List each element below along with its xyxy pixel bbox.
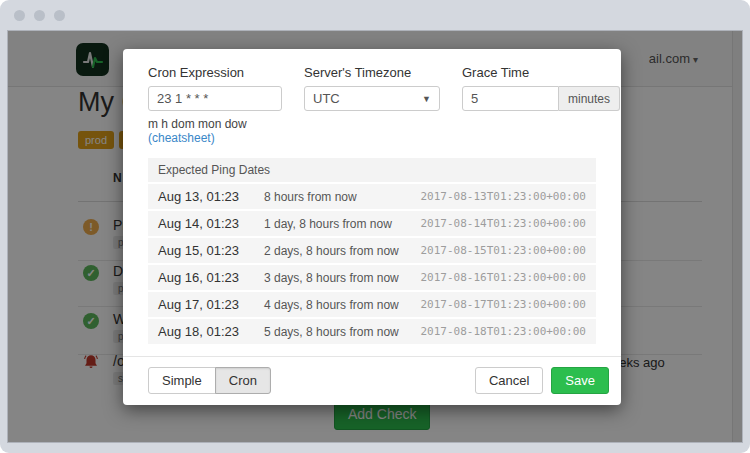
schedule-mode-toggle: Simple Cron	[148, 367, 271, 394]
cron-expression-label: Cron Expression	[148, 65, 282, 80]
cron-help-fields: m h dom mon dow	[148, 117, 247, 131]
ping-row: Aug 17, 01:23 4 days, 8 hours from now 2…	[148, 292, 596, 317]
ping-iso-timestamp: 2017-08-14T01:23:00+00:00	[420, 217, 586, 230]
cheatsheet-link[interactable]: (cheatsheet)	[148, 131, 215, 145]
timezone-label: Server's Timezone	[304, 65, 440, 80]
ping-date: Aug 13, 01:23	[158, 189, 264, 204]
ping-iso-timestamp: 2017-08-15T01:23:00+00:00	[420, 244, 586, 257]
browser-frame: ail.com▾ My Checks prod work N ! Pr pr ✓…	[0, 0, 750, 453]
ping-row: Aug 18, 01:23 5 days, 8 hours from now 2…	[148, 319, 596, 344]
ping-iso-timestamp: 2017-08-17T01:23:00+00:00	[420, 298, 586, 311]
browser-titlebar	[0, 0, 750, 30]
ping-date: Aug 18, 01:23	[158, 324, 264, 339]
ping-row: Aug 14, 01:23 1 day, 8 hours from now 20…	[148, 211, 596, 236]
cron-help-text: m h dom mon dow (cheatsheet)	[148, 117, 282, 145]
ping-relative: 2 days, 8 hours from now	[264, 244, 420, 258]
cron-dialog: Cron Expression m h dom mon dow (cheatsh…	[123, 49, 621, 405]
window-maximize-button[interactable]	[54, 10, 65, 21]
ping-relative: 5 days, 8 hours from now	[264, 325, 420, 339]
ping-relative: 4 days, 8 hours from now	[264, 298, 420, 312]
timezone-field: Server's Timezone UTC ▼	[304, 65, 440, 145]
select-caret-icon: ▼	[422, 94, 431, 104]
save-button[interactable]: Save	[551, 367, 609, 394]
ping-row: Aug 16, 01:23 3 days, 8 hours from now 2…	[148, 265, 596, 290]
ping-table-header: Expected Ping Dates	[148, 158, 596, 182]
cron-mode-button[interactable]: Cron	[215, 367, 271, 394]
ping-date: Aug 14, 01:23	[158, 216, 264, 231]
ping-relative: 3 days, 8 hours from now	[264, 271, 420, 285]
grace-time-label: Grace Time	[462, 65, 620, 80]
dialog-footer: Simple Cron Cancel Save	[123, 356, 621, 405]
ping-relative: 1 day, 8 hours from now	[264, 217, 420, 231]
simple-mode-button[interactable]: Simple	[148, 367, 216, 394]
window-minimize-button[interactable]	[34, 10, 45, 21]
ping-iso-timestamp: 2017-08-13T01:23:00+00:00	[420, 190, 586, 203]
cron-expression-field: Cron Expression m h dom mon dow (cheatsh…	[148, 65, 282, 145]
ping-row: Aug 13, 01:23 8 hours from now 2017-08-1…	[148, 184, 596, 209]
expected-ping-dates-table: Expected Ping Dates Aug 13, 01:23 8 hour…	[148, 158, 596, 344]
ping-date: Aug 16, 01:23	[158, 270, 264, 285]
ping-date: Aug 15, 01:23	[158, 243, 264, 258]
ping-row: Aug 15, 01:23 2 days, 8 hours from now 2…	[148, 238, 596, 263]
grace-time-input[interactable]	[462, 86, 559, 111]
grace-unit-addon: minutes	[559, 86, 620, 111]
cron-expression-input[interactable]	[148, 86, 282, 111]
ping-date: Aug 17, 01:23	[158, 297, 264, 312]
timezone-select[interactable]: UTC ▼	[304, 86, 440, 111]
ping-iso-timestamp: 2017-08-16T01:23:00+00:00	[420, 271, 586, 284]
grace-time-field: Grace Time minutes	[462, 65, 620, 145]
window-close-button[interactable]	[14, 10, 25, 21]
cancel-button[interactable]: Cancel	[475, 367, 543, 394]
ping-relative: 8 hours from now	[264, 190, 420, 204]
timezone-selected-value: UTC	[313, 91, 340, 106]
ping-iso-timestamp: 2017-08-18T01:23:00+00:00	[420, 325, 586, 338]
